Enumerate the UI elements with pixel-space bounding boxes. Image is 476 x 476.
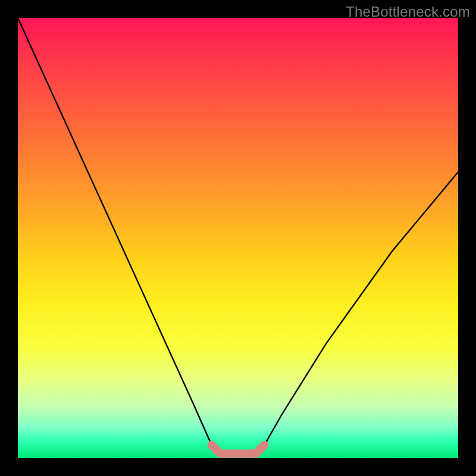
- curve-layer: [18, 18, 458, 458]
- chart-frame: TheBottleneck.com: [0, 0, 476, 476]
- bottleneck-curve-path: [18, 18, 458, 454]
- watermark-text: TheBottleneck.com: [346, 4, 470, 20]
- plot-area: [18, 18, 458, 458]
- optimal-band-path: [212, 445, 265, 454]
